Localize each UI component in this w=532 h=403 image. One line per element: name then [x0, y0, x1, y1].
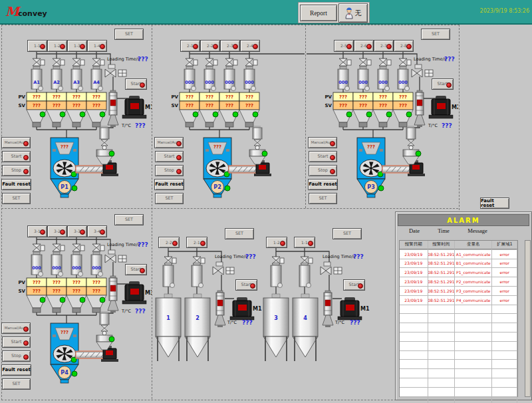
manual-auto-button[interactable]: Manual/Auto — [1, 323, 31, 334]
set-button-bottom[interactable]: SET — [2, 378, 31, 390]
manual-auto-button[interactable]: Manual/Auto — [308, 137, 337, 148]
filter-cap — [110, 276, 116, 278]
filter-foot — [417, 125, 422, 127]
fault-reset-button[interactable]: Fault reset — [1, 364, 31, 376]
loader-start-button[interactable]: Start — [343, 279, 365, 291]
start-button[interactable]: Start — [155, 151, 184, 162]
silo-cone — [263, 336, 289, 357]
station-button-1-4[interactable]: 1-4 — [87, 40, 107, 52]
set-button[interactable]: SET — [332, 228, 362, 239]
temp-value: ??? — [135, 122, 146, 129]
station-button-2-6[interactable]: 2-6 — [354, 40, 374, 52]
indicator-green — [80, 112, 85, 117]
set-button-bottom[interactable]: SET — [309, 193, 337, 204]
alarm-cell: 23/09/19 — [400, 287, 428, 295]
silo-button-1-1[interactable]: 1-1 — [294, 237, 315, 248]
receiver-cylinder — [100, 313, 109, 325]
alarm-table-row: 23/09/1908:52:51.291P1_communicateerror — [400, 268, 517, 277]
alarm-cell — [428, 388, 456, 396]
status-dot-red — [330, 169, 335, 174]
set-button-bottom[interactable]: SET — [155, 193, 184, 204]
pv-value: ??? — [33, 94, 41, 100]
station-button-2-1[interactable]: 2-1 — [180, 40, 200, 52]
alarm-cell: 23/09/19 — [400, 250, 428, 259]
station-button-2-3[interactable]: 2-3 — [220, 40, 240, 52]
feeder-port — [39, 272, 43, 277]
alarm-cell — [492, 397, 517, 403]
station-button-3-4[interactable]: 3-4 — [87, 225, 107, 237]
fault-reset-button[interactable]: Fault reset — [308, 179, 338, 190]
stop-button[interactable]: Stop — [155, 165, 184, 176]
station-button-2-7[interactable]: 2-7 — [374, 40, 394, 52]
loader-start-button[interactable]: Start — [125, 264, 147, 275]
mixer-value: ??? — [213, 144, 221, 150]
start-button[interactable]: Start — [2, 336, 31, 348]
status-dot-red — [140, 268, 145, 273]
discharge-gate — [339, 122, 347, 127]
discharge-gate — [53, 122, 61, 127]
temp-value: ??? — [350, 319, 360, 326]
alarm-cell — [400, 314, 428, 323]
set-button[interactable]: SET — [114, 214, 144, 225]
filter-horn — [108, 301, 118, 311]
indicator-green — [378, 186, 384, 191]
loader-start-button[interactable]: Start — [432, 78, 454, 90]
set-button-bottom[interactable]: SET — [2, 193, 31, 204]
loading-time-label: Loading Time/s — [323, 254, 356, 259]
temp-label: T/°C — [227, 320, 237, 325]
stop-button-label: Stop — [11, 168, 21, 173]
mixer-weight-left — [53, 149, 56, 152]
station-button-2-8[interactable]: 2-8 — [394, 40, 414, 52]
manual-auto-button[interactable]: Manual/Auto — [1, 137, 31, 148]
indicator-green — [406, 112, 412, 117]
fault-reset-button[interactable]: Fault reset — [1, 179, 31, 190]
feeder-cap — [246, 67, 253, 69]
set-button[interactable]: SET — [421, 29, 450, 40]
indicator-green — [253, 112, 258, 117]
stop-button[interactable]: Stop — [309, 165, 337, 176]
set-button-label: SET — [125, 32, 133, 37]
loader-start-button[interactable]: Start — [235, 279, 257, 291]
station-button-3-2[interactable]: 3-2 — [47, 225, 67, 237]
receiver-cylinder — [100, 128, 109, 139]
alarm-cell: error — [492, 287, 517, 295]
station-button-1-2[interactable]: 1-2 — [47, 40, 67, 52]
stop-button[interactable]: Stop — [2, 350, 31, 362]
set-button[interactable]: SET — [225, 228, 254, 239]
set-button-bottom-label: SET — [12, 196, 20, 201]
alarm-cell — [492, 323, 517, 332]
feeder-label: 000 — [245, 80, 254, 85]
manual-auto-button[interactable]: Manual/Auto — [154, 137, 184, 148]
station-button-1-3[interactable]: 1-3 — [67, 40, 87, 52]
filter-red-band — [110, 285, 116, 291]
fault-reset-standalone-button-label: Fault reset — [481, 199, 509, 208]
station-button-2-4[interactable]: 2-4 — [240, 40, 260, 52]
status-dot-red — [176, 169, 182, 174]
feeder-port — [170, 283, 175, 288]
indicator-green — [213, 112, 218, 117]
alarm-scrollbar[interactable] — [525, 240, 531, 397]
silo-button-1-2[interactable]: 1-2 — [266, 237, 287, 248]
stop-button[interactable]: Stop — [2, 165, 31, 176]
loading-time-value: ??? — [353, 253, 364, 260]
loader-start-button[interactable]: Start — [125, 78, 147, 90]
feeder-port — [98, 86, 103, 91]
fault-reset-standalone-button[interactable]: Fault reset — [480, 198, 509, 209]
filter-horn — [323, 315, 333, 325]
start-button[interactable]: Start — [2, 151, 31, 162]
station-button-1-1[interactable]: 1-1 — [27, 40, 47, 52]
silo-button-2-2[interactable]: 2-2 — [158, 237, 180, 248]
station-button-2-5[interactable]: 2-5 — [334, 40, 354, 52]
indicator-green — [109, 336, 114, 342]
silo-button-2-1[interactable]: 2-1 — [186, 237, 207, 248]
start-button[interactable]: Start — [309, 151, 337, 162]
status-dot-red — [233, 44, 238, 49]
fault-reset-button[interactable]: Fault reset — [154, 179, 184, 190]
station-button-3-1[interactable]: 3-1 — [27, 225, 47, 237]
status-dot-red — [23, 169, 29, 174]
alarm-cell — [492, 360, 517, 368]
sv-value: ??? — [379, 103, 387, 108]
station-button-2-2[interactable]: 2-2 — [200, 40, 220, 52]
station-button-3-3[interactable]: 3-3 — [67, 225, 87, 237]
set-button[interactable]: SET — [114, 29, 144, 40]
